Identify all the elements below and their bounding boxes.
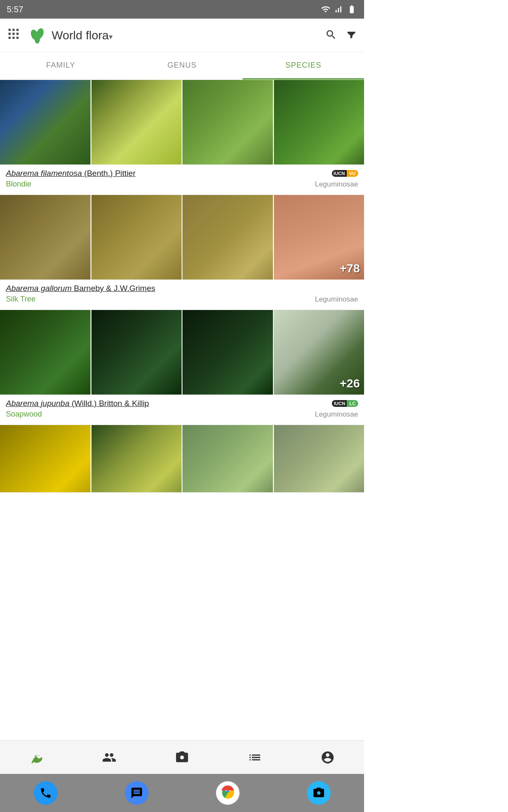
photo-count: +26 <box>340 377 360 390</box>
photo-3 <box>182 425 274 493</box>
photo-grid: +78 <box>0 195 364 280</box>
species-family: Leguminosae <box>315 295 358 304</box>
battery-icon <box>346 5 357 14</box>
dock-phone[interactable] <box>34 781 58 805</box>
signal-icon <box>334 5 343 14</box>
android-dock <box>0 774 364 812</box>
species-scientific-name: Abarema filamentosa (Benth.) Pittier <box>6 169 135 178</box>
photo-grid: +26 <box>0 310 364 395</box>
species-name-row: Abarema jupunba (Willd.) Britton & Killi… <box>6 399 358 408</box>
species-common-family-row: Soapwood Leguminosae <box>6 410 358 419</box>
iucn-badge: IUCN VU <box>332 170 358 177</box>
photo-1 <box>0 80 91 165</box>
species-item-abarema-jupunba[interactable]: +26 Abarema jupunba (Willd.) Britton & K… <box>0 310 364 425</box>
app-bar-actions <box>325 29 357 42</box>
nav-list[interactable] <box>248 750 262 765</box>
status-bar: 5:57 <box>0 0 364 19</box>
species-name-row: Abarema filamentosa (Benth.) Pittier IUC… <box>6 169 358 178</box>
photo-2 <box>91 310 183 395</box>
species-common-family-row: Blondie Leguminosae <box>6 180 358 189</box>
photo-3 <box>182 310 274 395</box>
species-family: Leguminosae <box>315 410 358 419</box>
app-title: World flora▾ <box>52 29 325 42</box>
app-logo <box>27 25 47 46</box>
tab-species[interactable]: SPECIES <box>243 52 364 80</box>
photo-count: +78 <box>340 262 360 275</box>
species-common-name: Silk Tree <box>6 295 36 304</box>
species-common-name: Blondie <box>6 180 31 189</box>
wifi-icon <box>321 5 330 14</box>
species-family: Leguminosae <box>315 180 358 189</box>
filter-button[interactable] <box>345 29 357 42</box>
app-bar: World flora▾ <box>0 19 364 52</box>
photo-grid <box>0 80 364 165</box>
species-common-family-row: Silk Tree Leguminosae <box>6 295 358 304</box>
photo-3 <box>182 80 274 165</box>
tab-family[interactable]: FAMILY <box>0 52 121 80</box>
photo-4: +78 <box>274 195 364 280</box>
nav-community[interactable] <box>102 750 116 765</box>
species-info: Abarema filamentosa (Benth.) Pittier IUC… <box>0 165 364 195</box>
species-name-row: Abarema gallorum Barneby & J.W.Grimes <box>6 284 358 293</box>
grid-menu-icon[interactable] <box>7 27 20 44</box>
photo-4: A...Z <box>274 425 364 493</box>
photo-1 <box>0 310 91 395</box>
status-icons <box>321 5 357 14</box>
search-button[interactable] <box>325 29 337 42</box>
dock-chrome[interactable] <box>216 781 240 805</box>
dock-messages[interactable] <box>125 781 149 805</box>
photo-2 <box>91 425 183 493</box>
photo-4 <box>274 80 364 165</box>
status-time: 5:57 <box>7 5 23 14</box>
species-item-partial[interactable]: A...Z <box>0 425 364 493</box>
photo-grid: A...Z <box>0 425 364 493</box>
dock-camera[interactable] <box>307 781 331 805</box>
photo-3 <box>182 195 274 280</box>
species-common-name: Soapwood <box>6 410 42 419</box>
photo-2 <box>91 195 183 280</box>
nav-profile[interactable] <box>320 750 335 765</box>
species-scientific-name: Abarema gallorum Barneby & J.W.Grimes <box>6 284 155 293</box>
tab-genus[interactable]: GENUS <box>121 52 243 80</box>
bottom-nav <box>0 740 364 774</box>
photo-4: +26 <box>274 310 364 395</box>
photo-1 <box>0 425 91 493</box>
iucn-badge: IUCN LC <box>332 400 358 407</box>
svg-point-2 <box>35 34 40 43</box>
photo-1 <box>0 195 91 280</box>
content-area: Abarema filamentosa (Benth.) Pittier IUC… <box>0 80 364 493</box>
species-item-abarema-gallorum[interactable]: +78 Abarema gallorum Barneby & J.W.Grime… <box>0 195 364 310</box>
nav-identify[interactable] <box>175 750 189 765</box>
species-item-abarema-filamentosa[interactable]: Abarema filamentosa (Benth.) Pittier IUC… <box>0 80 364 195</box>
tabs: FAMILY GENUS SPECIES <box>0 52 364 80</box>
photo-2 <box>91 80 183 165</box>
species-info: Abarema jupunba (Willd.) Britton & Killi… <box>0 395 364 425</box>
species-info: Abarema gallorum Barneby & J.W.Grimes Si… <box>0 280 364 310</box>
species-list: Abarema filamentosa (Benth.) Pittier IUC… <box>0 80 364 493</box>
species-scientific-name: Abarema jupunba (Willd.) Britton & Killi… <box>6 399 149 408</box>
nav-flora[interactable] <box>29 750 44 765</box>
